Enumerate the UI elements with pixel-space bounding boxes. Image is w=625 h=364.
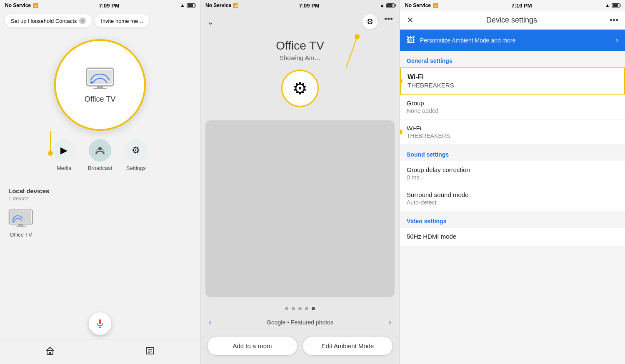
- battery-icon-p3: [612, 3, 620, 8]
- media-label: Media: [57, 165, 71, 171]
- quick-action-media[interactable]: ▶ Media: [53, 139, 75, 171]
- svg-point-4: [90, 81, 93, 84]
- group-delay-value: 0 ms: [407, 174, 618, 181]
- p2-carousel-dots: [200, 307, 400, 310]
- p2-more-button[interactable]: •••: [384, 14, 393, 29]
- wifi-name-value: THEBREAKERS: [408, 82, 618, 89]
- nav-list-button[interactable]: [145, 346, 155, 358]
- annotation-line-1: [50, 131, 51, 152]
- p2-prev-button[interactable]: ‹: [209, 317, 212, 328]
- no-service-text-p3: No Service: [405, 2, 431, 8]
- group-value: None added: [407, 107, 618, 114]
- status-left-p2: No Service 📶: [205, 2, 239, 8]
- p2-dot-2: [292, 307, 295, 310]
- p3-top-bar: ✕ Device settings •••: [400, 11, 625, 30]
- p2-device-status: Showing Am…: [200, 54, 400, 61]
- notification-pill-household[interactable]: Set up Household Contacts ✕: [5, 14, 92, 27]
- status-right-p2: ▲: [380, 2, 395, 8]
- banner-ambient-icon: 🖼: [407, 35, 415, 45]
- status-left-p1: No Service 📶: [5, 2, 38, 8]
- divider-1: [7, 179, 193, 179]
- group-delay-label: Group delay correction: [407, 166, 618, 173]
- p3-more-button[interactable]: •••: [610, 15, 618, 25]
- edit-ambient-mode-button[interactable]: Edit Ambient Mode: [302, 336, 393, 356]
- hdmi-label: 50Hz HDMI mode: [407, 233, 618, 240]
- group-label: Group: [407, 100, 618, 107]
- p2-device-name: Office TV: [200, 39, 400, 52]
- time-p3: 7:10 PM: [512, 2, 532, 9]
- status-bar-p1: No Service 📶 7:09 PM ▲: [0, 0, 200, 11]
- wifi-setting[interactable]: Wi-Fi THEBREAKERS: [400, 120, 625, 145]
- panel-device-settings: No Service 📶 7:10 PM ▲ ✕ Device settings…: [400, 0, 625, 364]
- wifi-icon-p2: 📶: [233, 3, 239, 8]
- general-settings-header: General settings: [400, 51, 625, 67]
- add-to-room-button[interactable]: Add to a room: [207, 336, 298, 356]
- quick-action-settings[interactable]: ⚙ Settings: [125, 139, 147, 171]
- wifi-value: THEBREAKERS: [407, 132, 618, 139]
- group-setting[interactable]: Group None added: [400, 95, 625, 120]
- quick-action-broadcast[interactable]: Broadcast: [88, 139, 112, 171]
- p2-action-buttons: ⚙ •••: [362, 14, 393, 29]
- quick-actions: ▶ Media Broadcast ⚙ Settings: [0, 131, 200, 175]
- device-item-office-tv[interactable]: Office TV: [8, 208, 33, 238]
- p2-top-bar: ⌄ ⚙ •••: [200, 11, 400, 32]
- wifi-icon-p1: 📶: [32, 3, 38, 8]
- gear-callout-area: ⚙: [200, 61, 400, 115]
- annotation-dot-1: [48, 151, 53, 156]
- svg-rect-3: [93, 88, 107, 89]
- p2-gear-button[interactable]: ⚙: [362, 14, 378, 29]
- panel-home: No Service 📶 7:09 PM ▲ Set up Household …: [0, 0, 200, 364]
- no-service-text-p1: No Service: [5, 2, 31, 8]
- device-item-tv-svg: [8, 209, 33, 228]
- invite-label: Invite home me…: [101, 18, 143, 24]
- p2-next-button[interactable]: ›: [388, 317, 391, 328]
- broadcast-label: Broadcast: [88, 165, 112, 171]
- p3-ambient-banner[interactable]: 🖼 Personalize Ambient Mode and more ›: [400, 30, 625, 51]
- media-icon: ▶: [53, 139, 75, 162]
- list-icon: [145, 346, 155, 356]
- status-bar-p3: No Service 📶 7:10 PM ▲: [400, 0, 625, 11]
- group-delay-setting[interactable]: Group delay correction 0 ms: [400, 161, 625, 186]
- household-label: Set up Household Contacts: [11, 18, 77, 24]
- hdmi-setting[interactable]: 50Hz HDMI mode: [400, 228, 625, 246]
- wifi-icon-p3: 📶: [432, 3, 438, 8]
- banner-arrow-icon: ›: [616, 36, 618, 45]
- bottom-nav: [0, 339, 200, 364]
- device-circle-section: Office TV: [0, 39, 200, 131]
- arrow-icon-p2: ▲: [380, 2, 385, 8]
- p2-back-button[interactable]: ⌄: [207, 17, 214, 27]
- p2-bottom-buttons: Add to a room Edit Ambient Mode: [200, 332, 400, 364]
- svg-rect-9: [16, 226, 26, 227]
- gear-callout-circle: ⚙: [281, 70, 319, 107]
- banner-text: Personalize Ambient Mode and more: [420, 37, 611, 44]
- gear-annotation-dot: [355, 34, 360, 39]
- nav-home-button[interactable]: [45, 346, 55, 358]
- svg-rect-11: [99, 319, 101, 324]
- sound-settings-header: Sound settings: [400, 145, 625, 161]
- mic-button[interactable]: [89, 312, 111, 335]
- settings-label: Settings: [126, 165, 146, 171]
- p2-dot-5: [312, 307, 315, 310]
- p2-ambient-area: [205, 120, 395, 297]
- p3-scroll-area: General settings Wi-Fi THEBREAKERS Group…: [400, 51, 625, 364]
- p2-nav-label: Google • Featured photos: [267, 319, 333, 326]
- wifi-setting-wrapper: Wi-Fi THEBREAKERS: [400, 120, 625, 145]
- p3-close-button[interactable]: ✕: [407, 15, 414, 25]
- wifi-name-setting[interactable]: Wi-Fi THEBREAKERS: [400, 67, 625, 95]
- home-icon: [45, 346, 55, 356]
- status-right-p1: ▲: [180, 2, 195, 8]
- surround-label: Surround sound mode: [407, 191, 618, 198]
- device-item-icon-office-tv: [8, 208, 33, 229]
- broadcast-icon: [89, 139, 111, 162]
- surround-value: Auto-detect: [407, 199, 618, 206]
- settings-icon-circle: ⚙: [125, 139, 147, 162]
- notification-pill-invite[interactable]: Invite home me…: [95, 14, 149, 27]
- device-item-label-office-tv: Office TV: [10, 232, 32, 238]
- svg-rect-15: [49, 352, 51, 354]
- close-household-button[interactable]: ✕: [79, 17, 86, 24]
- device-circle-office-tv[interactable]: Office TV: [54, 39, 146, 131]
- local-devices-section: Local devices 1 device: [0, 182, 200, 203]
- surround-setting[interactable]: Surround sound mode Auto-detect: [400, 186, 625, 211]
- device-circle-label: Office TV: [85, 95, 115, 104]
- svg-point-10: [12, 221, 15, 223]
